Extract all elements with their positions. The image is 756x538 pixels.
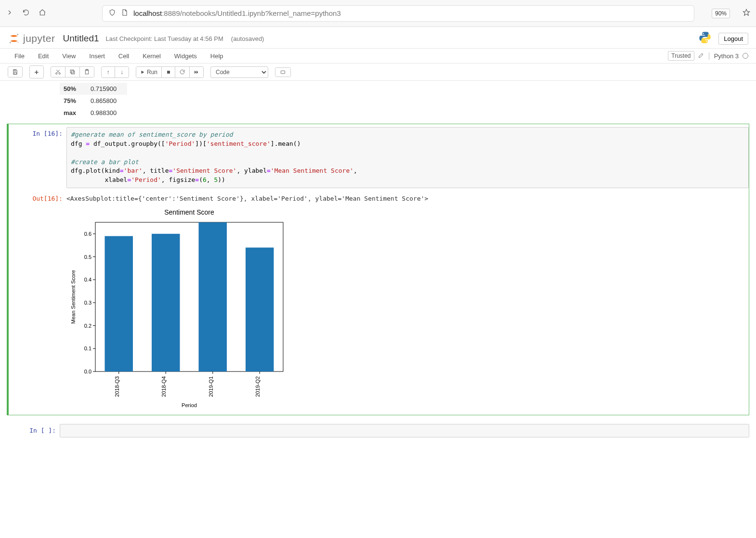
- copy-button[interactable]: [65, 67, 80, 77]
- logout-button[interactable]: Logout: [718, 33, 748, 45]
- jupyter-header: jupyter Untitled1 Last Checkpoint: Last …: [0, 27, 756, 48]
- checkpoint-text: Last Checkpoint: Last Tuesday at 4:56 PM: [106, 35, 223, 42]
- svg-marker-16: [142, 70, 144, 74]
- out-prompt: Out[16]:: [13, 192, 66, 412]
- menu-edit[interactable]: Edit: [31, 51, 55, 62]
- toolbar: + ↑ ↓ Run Code: [0, 64, 756, 81]
- svg-rect-12: [71, 71, 75, 74]
- svg-point-4: [703, 33, 704, 34]
- menu-cell[interactable]: Cell: [112, 51, 136, 62]
- in-prompt-empty: In [ ]:: [7, 424, 60, 437]
- code-input[interactable]: #generate mean of sentiment_score by per…: [66, 127, 749, 188]
- svg-text:0.1: 0.1: [84, 346, 91, 351]
- svg-text:0.5: 0.5: [84, 254, 91, 260]
- svg-text:0.2: 0.2: [84, 323, 91, 329]
- menu-widgets[interactable]: Widgets: [168, 51, 204, 62]
- table-row: 75%0.865800: [60, 95, 127, 107]
- svg-point-9: [59, 73, 60, 74]
- svg-text:Mean Sentiment Score: Mean Sentiment Score: [70, 270, 76, 324]
- move-down-button[interactable]: ↓: [115, 67, 129, 77]
- svg-text:0.6: 0.6: [84, 231, 91, 237]
- bar-chart: Sentiment Score0.00.10.20.30.40.50.6Mean…: [66, 208, 288, 410]
- svg-point-8: [56, 73, 57, 74]
- in-prompt: In [16]:: [13, 127, 66, 188]
- browser-chrome: localhost:8889/notebooks/Untitled1.ipynb…: [0, 0, 756, 27]
- table-row: 50%0.715900: [60, 83, 127, 95]
- svg-text:2018-Q4: 2018-Q4: [161, 376, 167, 397]
- notebook-name[interactable]: Untitled1: [63, 33, 99, 44]
- move-up-button[interactable]: ↑: [102, 67, 115, 77]
- jupyter-brand-text: jupyter: [23, 33, 55, 44]
- jupyter-logo[interactable]: jupyter: [8, 32, 55, 45]
- svg-rect-13: [70, 70, 74, 73]
- svg-marker-19: [196, 70, 198, 74]
- cut-button[interactable]: [51, 67, 65, 77]
- autosaved-text: (autosaved): [231, 35, 264, 42]
- menu-insert[interactable]: Insert: [82, 51, 112, 62]
- selected-cell[interactable]: In [16]: #generate mean of sentiment_sco…: [7, 124, 749, 415]
- menubar: File Edit View Insert Cell Kernel Widget…: [0, 48, 756, 64]
- bookmark-icon[interactable]: [743, 9, 750, 18]
- svg-text:Sentiment Score: Sentiment Score: [164, 208, 214, 216]
- home-icon[interactable]: [39, 9, 46, 18]
- svg-rect-20: [281, 71, 285, 74]
- prev-output: 50%0.715900 75%0.865800 max0.988300: [0, 81, 756, 121]
- svg-text:0.0: 0.0: [84, 369, 91, 374]
- empty-code-input[interactable]: [60, 424, 749, 437]
- notebook-area[interactable]: 50%0.715900 75%0.865800 max0.988300 In […: [0, 81, 756, 439]
- svg-rect-44: [199, 222, 227, 371]
- restart-button[interactable]: [175, 67, 190, 77]
- svg-rect-17: [167, 71, 170, 74]
- command-palette-button[interactable]: [275, 68, 290, 77]
- paste-button[interactable]: [80, 67, 94, 77]
- chart-output: Sentiment Score0.00.10.20.30.40.50.6Mean…: [66, 203, 749, 412]
- svg-point-2: [10, 42, 11, 43]
- trusted-badge[interactable]: Trusted: [668, 51, 694, 61]
- menu-help[interactable]: Help: [204, 51, 230, 62]
- edit-icon[interactable]: [698, 51, 704, 60]
- svg-point-5: [706, 41, 707, 42]
- output-repr: <AxesSubplot:title={'center':'Sentiment …: [66, 192, 749, 203]
- svg-marker-0: [743, 9, 749, 15]
- save-button[interactable]: [8, 67, 22, 77]
- svg-rect-47: [246, 248, 274, 372]
- svg-text:Period: Period: [182, 402, 197, 408]
- document-icon: [121, 9, 129, 18]
- svg-text:2019-Q2: 2019-Q2: [255, 376, 261, 397]
- svg-text:2019-Q1: 2019-Q1: [208, 376, 214, 397]
- menu-view[interactable]: View: [55, 51, 82, 62]
- zoom-level[interactable]: 90%: [712, 9, 730, 18]
- url-bar[interactable]: localhost:8889/notebooks/Untitled1.ipynb…: [102, 5, 694, 22]
- insert-cell-button[interactable]: +: [30, 66, 43, 78]
- empty-cell[interactable]: In [ ]:: [0, 418, 756, 439]
- menu-file[interactable]: File: [8, 51, 31, 62]
- svg-text:2018-Q3: 2018-Q3: [114, 376, 120, 397]
- svg-text:0.3: 0.3: [84, 300, 91, 306]
- restart-run-all-button[interactable]: [190, 67, 203, 77]
- svg-text:0.4: 0.4: [84, 277, 91, 282]
- svg-rect-7: [14, 72, 16, 74]
- python-icon: [698, 31, 712, 46]
- svg-rect-6: [14, 70, 16, 71]
- menu-kernel[interactable]: Kernel: [136, 51, 168, 62]
- run-button[interactable]: Run: [136, 67, 162, 77]
- describe-table: 50%0.715900 75%0.865800 max0.988300: [60, 83, 127, 119]
- table-row: max0.988300: [60, 107, 127, 119]
- svg-point-1: [17, 34, 19, 35]
- kernel-name[interactable]: Python 3: [714, 52, 739, 60]
- celltype-select[interactable]: Code: [210, 66, 268, 78]
- svg-rect-41: [152, 234, 180, 371]
- interrupt-button[interactable]: [162, 67, 175, 77]
- svg-rect-38: [105, 236, 133, 371]
- kernel-indicator-icon: [743, 53, 748, 59]
- reload-icon[interactable]: [22, 9, 30, 18]
- jupyter-icon: [8, 32, 20, 45]
- svg-marker-18: [195, 70, 196, 74]
- shield-icon: [108, 9, 116, 18]
- url-text: localhost:8889/notebooks/Untitled1.ipynb…: [133, 9, 341, 17]
- forward-icon[interactable]: [6, 9, 13, 18]
- svg-point-3: [18, 42, 19, 43]
